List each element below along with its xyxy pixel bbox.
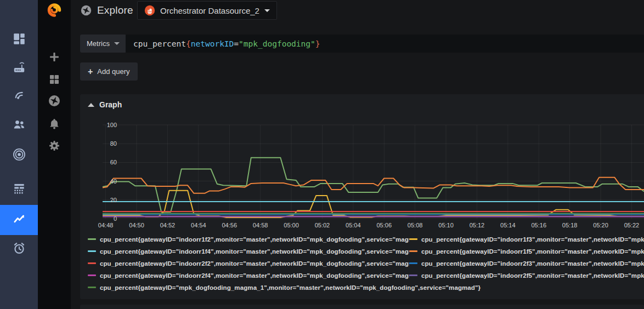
query-token: cpu_percent — [133, 39, 186, 48]
query-token: networkID — [191, 39, 234, 48]
graph-panel: Graph 020406080100 04:4804:5004:5204:540… — [80, 94, 644, 299]
legend-item[interactable]: cpu_percent{gatewayID="indoorr1f2",monit… — [88, 236, 409, 243]
collapse-triangle-icon — [88, 103, 94, 107]
query-token: = — [234, 39, 239, 48]
query-input[interactable]: cpu_percent{networkID="mpk_dogfooding"} — [126, 35, 644, 53]
grafana-sidebar-item-compass[interactable] — [38, 92, 71, 112]
add-query-label: Add query — [97, 67, 129, 76]
radar-icon — [12, 147, 26, 164]
legend-series-label: cpu_percent{gatewayID="indoorr2f5",monit… — [421, 272, 644, 279]
grafana-logo[interactable] — [47, 2, 62, 18]
legend-color-swatch — [88, 238, 96, 240]
legend-color-swatch — [88, 287, 96, 288]
sidebar-item-dashboard[interactable] — [0, 27, 38, 53]
legend-color-swatch — [88, 250, 96, 252]
y-tick-label: 60 — [99, 159, 117, 165]
chevron-down-icon — [114, 42, 120, 45]
legend-color-swatch — [409, 274, 417, 276]
access-point-icon — [12, 60, 26, 77]
alarm-clock-icon — [12, 241, 26, 258]
grafana-sidebar-item-bell[interactable] — [38, 115, 71, 135]
bell-icon — [48, 117, 61, 133]
gear-icon — [48, 139, 61, 154]
metrics-mode-label: Metrics — [87, 39, 110, 48]
graph-panel-title: Graph — [99, 100, 122, 109]
chevron-down-icon — [264, 9, 270, 12]
legend-item[interactable]: cpu_percent{gatewayID="mpk_dogfooding_ma… — [88, 284, 644, 291]
explore-header: Explore — [80, 4, 133, 16]
sidebar-item-wifi[interactable] — [0, 83, 38, 110]
query-token: } — [315, 39, 320, 48]
x-tick-label: 04:48 — [94, 222, 118, 228]
grafana-sidebar — [38, 0, 71, 309]
x-tick-label: 05:16 — [527, 222, 551, 228]
grafana-sidebar-item-plus[interactable] — [38, 48, 71, 68]
y-tick-label: 100 — [99, 122, 117, 128]
x-tick-label: 04:54 — [187, 222, 211, 228]
x-tick-label: 04:50 — [125, 222, 149, 228]
add-query-button[interactable]: + Add query — [80, 62, 138, 81]
legend-item[interactable]: cpu_percent{gatewayID="indoorr2f2",monit… — [88, 260, 409, 267]
datasource-label: Orchestrator Datasource_2 — [160, 6, 259, 15]
legend-color-swatch — [88, 274, 96, 276]
legend-item[interactable]: cpu_percent{gatewayID="indoorr2f4",monit… — [88, 272, 409, 279]
compass-icon — [80, 4, 92, 16]
legend-item[interactable]: cpu_percent{gatewayID="indoorr1f3",monit… — [409, 236, 644, 243]
plus-icon: + — [88, 67, 93, 76]
legend-item[interactable]: cpu_percent{gatewayID="indoorr2f3",monit… — [409, 260, 644, 267]
legend-series-label: cpu_percent{gatewayID="indoorr1f3",monit… — [421, 236, 644, 243]
legend-color-swatch — [409, 238, 417, 240]
sidebar-item-alarm-clock[interactable] — [0, 236, 38, 262]
prometheus-icon — [144, 5, 155, 16]
x-tick-label: 05:08 — [403, 222, 427, 228]
x-tick-label: 05:14 — [496, 222, 520, 228]
query-token: "mpk_dogfooding" — [239, 39, 315, 48]
grafana-explore-app: Explore Orchestrator Datasource_2 Metric… — [0, 0, 644, 309]
x-tick-label: 04:58 — [248, 222, 273, 228]
sidebar-item-access-point[interactable] — [0, 55, 38, 82]
graph-panel-collapse[interactable]: Graph — [88, 100, 122, 109]
x-tick-label: 05:00 — [279, 222, 303, 228]
legend-series-label: cpu_percent{gatewayID="indoorr1f5",monit… — [421, 248, 644, 255]
sidebar-item-line-chart[interactable] — [0, 205, 38, 235]
wifi-icon — [12, 88, 26, 105]
x-tick-label: 05:06 — [372, 222, 396, 228]
query-token: { — [186, 39, 191, 48]
grafana-sidebar-item-apps-grid[interactable] — [38, 71, 71, 90]
explore-content: Explore Orchestrator Datasource_2 Metric… — [71, 0, 644, 309]
sidebar-item-logs[interactable] — [0, 176, 38, 203]
logs-icon — [12, 181, 26, 198]
legend-color-swatch — [88, 262, 96, 264]
graph-legend: cpu_percent{gatewayID="indoorr1f2",monit… — [88, 236, 644, 291]
legend-color-swatch — [409, 262, 417, 264]
legend-item[interactable]: cpu_percent{gatewayID="indoorr2f5",monit… — [409, 272, 644, 279]
next-panel-edge[interactable] — [80, 305, 644, 309]
y-tick-label: 0 — [99, 215, 117, 222]
legend-item[interactable]: cpu_percent{gatewayID="indoorr1f5",monit… — [409, 248, 644, 255]
time-series-plot[interactable] — [103, 125, 644, 219]
plus-icon — [48, 50, 61, 66]
sidebar-item-users[interactable] — [0, 112, 38, 139]
x-tick-label: 04:52 — [155, 222, 179, 228]
x-tick-label: 05:10 — [434, 222, 458, 228]
legend-series-label: cpu_percent{gatewayID="indoorr2f3",monit… — [421, 260, 644, 267]
grafana-sidebar-item-gear[interactable] — [38, 137, 71, 157]
legend-series-label: cpu_percent{gatewayID="indoorr1f2",monit… — [100, 236, 409, 243]
sidebar-item-radar[interactable] — [0, 142, 38, 169]
x-tick-label: 05:04 — [341, 222, 365, 228]
datasource-picker[interactable]: Orchestrator Datasource_2 — [137, 1, 277, 20]
apps-grid-icon — [48, 73, 61, 88]
x-tick-label: 05:22 — [619, 222, 643, 228]
dashboard-icon — [12, 32, 26, 48]
metrics-mode-button[interactable]: Metrics — [80, 35, 126, 53]
x-tick-label: 05:18 — [558, 222, 582, 228]
x-tick-label: 05:12 — [465, 222, 489, 228]
x-tick-label: 04:56 — [217, 222, 241, 228]
x-tick-label: 05:02 — [310, 222, 334, 228]
app-sidebar — [0, 0, 38, 309]
legend-item[interactable]: cpu_percent{gatewayID="indoorr1f4",monit… — [88, 248, 409, 255]
x-tick-label: 05:20 — [589, 222, 613, 228]
y-tick-label: 80 — [99, 140, 117, 147]
y-tick-label: 40 — [99, 178, 117, 185]
page-title: Explore — [97, 4, 133, 16]
